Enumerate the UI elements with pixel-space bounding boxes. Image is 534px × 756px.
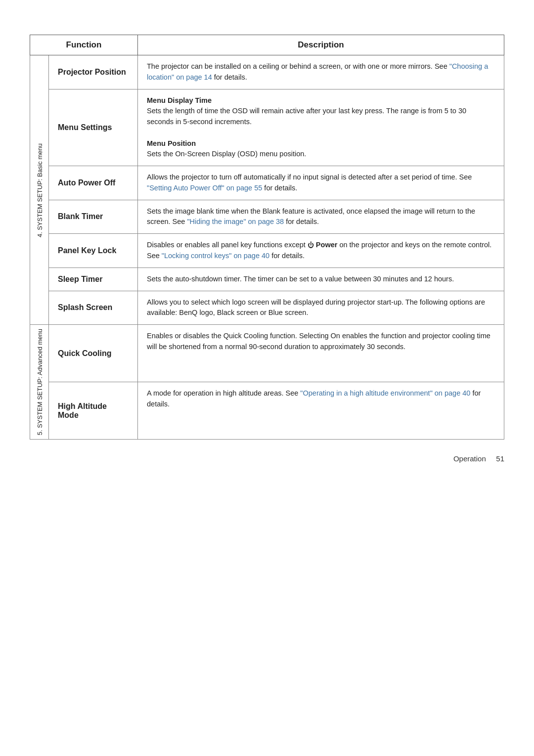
desc-text: for details. bbox=[284, 218, 319, 225]
desc-text: for details. bbox=[269, 252, 305, 260]
power-icon: ⏻ bbox=[308, 241, 314, 249]
desc-text: for details. bbox=[212, 73, 247, 81]
desc-text: Sets the length of time the OSD will rem… bbox=[147, 107, 466, 126]
footer-page-number: 51 bbox=[496, 454, 504, 463]
desc-link[interactable]: "Setting Auto Power Off" on page 55 bbox=[147, 184, 262, 192]
function-cell-panel-key-lock: Panel Key Lock bbox=[49, 234, 138, 268]
function-cell-splash-screen: Splash Screen bbox=[49, 291, 138, 325]
desc-link[interactable]: "Operating in a high altitude environmen… bbox=[300, 389, 470, 397]
desc-text: Allows the projector to turn off automat… bbox=[147, 173, 472, 181]
function-cell-blank-timer: Blank Timer bbox=[49, 200, 138, 234]
desc-link[interactable]: "Hiding the image" on page 38 bbox=[187, 218, 284, 225]
description-cell-projector-position: The projector can be installed on a ceil… bbox=[138, 55, 504, 89]
col-header-function: Function bbox=[30, 35, 138, 55]
function-cell-projector-position: Projector Position bbox=[49, 55, 138, 89]
desc-text: Disables or enables all panel key functi… bbox=[147, 241, 308, 249]
function-cell-sleep-timer: Sleep Timer bbox=[49, 267, 138, 291]
function-cell-high-altitude-mode: High Altitude Mode bbox=[49, 382, 138, 440]
page-footer: Operation 51 bbox=[30, 454, 504, 463]
desc-text: for details. bbox=[262, 184, 297, 192]
footer-label: Operation bbox=[453, 454, 486, 463]
description-cell-panel-key-lock: Disables or enables all panel key functi… bbox=[138, 234, 504, 268]
section-label-basic: 4. SYSTEM SETUP: Basic menu bbox=[30, 55, 49, 325]
desc-text: A mode for operation in high altitude ar… bbox=[147, 389, 300, 397]
desc-text: The projector can be installed on a ceil… bbox=[147, 62, 449, 70]
description-cell-sleep-timer: Sets the auto-shutdown timer. The timer … bbox=[138, 267, 504, 291]
function-cell-auto-power-off: Auto Power Off bbox=[49, 166, 138, 200]
desc-text: Allows you to select which logo screen w… bbox=[147, 298, 485, 317]
col-header-description: Description bbox=[138, 35, 504, 55]
function-cell-menu-settings: Menu Settings bbox=[49, 89, 138, 166]
desc-text: Enables or disables the Quick Cooling fu… bbox=[147, 332, 490, 351]
desc-bold-label: Menu Position bbox=[147, 139, 196, 147]
description-cell-splash-screen: Allows you to select which logo screen w… bbox=[138, 291, 504, 325]
description-cell-high-altitude-mode: A mode for operation in high altitude ar… bbox=[138, 382, 504, 440]
main-table: Function Description 4. SYSTEM SETUP: Ba… bbox=[30, 35, 504, 440]
description-cell-quick-cooling: Enables or disables the Quick Cooling fu… bbox=[138, 325, 504, 382]
desc-text: Sets the auto-shutdown timer. The timer … bbox=[147, 275, 454, 283]
function-cell-quick-cooling: Quick Cooling bbox=[49, 325, 138, 382]
desc-bold-label: Menu Display Time bbox=[147, 96, 212, 104]
description-cell-menu-settings: Menu Display TimeSets the length of time… bbox=[138, 89, 504, 166]
section-label-advanced: 5. SYSTEM SETUP: Advanced menu bbox=[30, 325, 49, 440]
description-cell-blank-timer: Sets the image blank time when the Blank… bbox=[138, 200, 504, 234]
page-container: Function Description 4. SYSTEM SETUP: Ba… bbox=[30, 35, 504, 463]
desc-text: Sets the On-Screen Display (OSD) menu po… bbox=[147, 150, 306, 158]
description-cell-auto-power-off: Allows the projector to turn off automat… bbox=[138, 166, 504, 200]
desc-link[interactable]: "Locking control keys" on page 40 bbox=[162, 252, 269, 260]
desc-bold-inline: Power bbox=[314, 241, 338, 249]
